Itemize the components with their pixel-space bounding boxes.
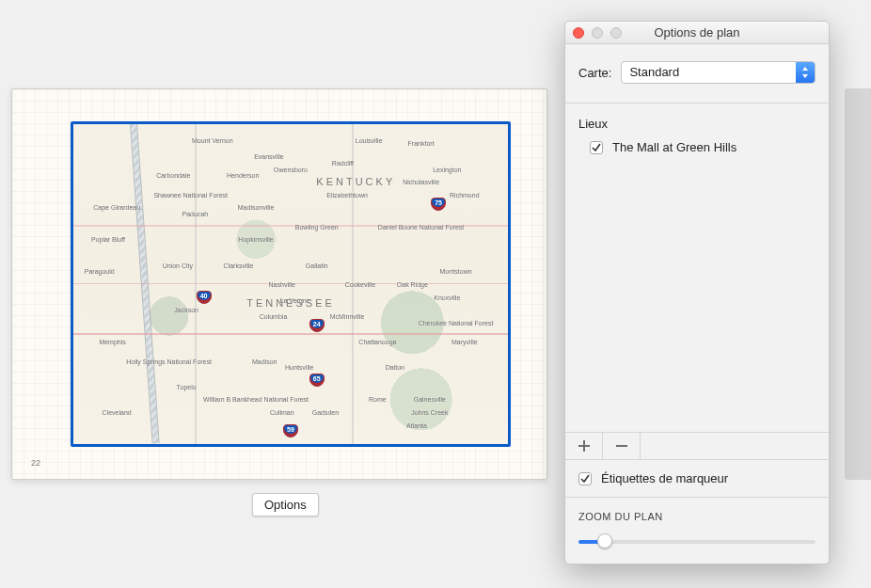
map-city-label: Huntsville [285, 364, 313, 371]
map-state-label: KENTUCKY [316, 176, 395, 187]
map-city-label: McMinnville [330, 313, 365, 320]
map-city-label: Madisonville [238, 204, 275, 211]
add-remove-toolbar [565, 432, 829, 460]
titlebar[interactable]: Options de plan [565, 22, 829, 44]
map-city-label: Dalton [386, 364, 404, 371]
places-header: Lieux [565, 103, 829, 138]
map-city-label: Henderson [227, 172, 259, 179]
map-city-label: Oak Ridge [397, 281, 428, 288]
map-city-label: Shawnee National Forest [153, 191, 228, 198]
map-city-label: Chattanooga [358, 339, 396, 345]
map-city-label: Louisville [356, 137, 383, 144]
map-city-label: Holly Springs National Forest [126, 358, 212, 364]
zoom-label: ZOOM DU PLAN [578, 511, 816, 522]
map-type-select[interactable]: Standard [621, 61, 816, 84]
map-city-label: Atlanta [406, 421, 427, 428]
map-city-label: Bowling Green [295, 223, 339, 230]
map-city-label: La Vergne [280, 297, 310, 304]
add-button[interactable] [565, 433, 603, 459]
marker-labels-label: Étiquettes de marqueur [601, 471, 728, 485]
map-city-label: Memphis [99, 339, 125, 345]
map-city-label: Gainesville [414, 396, 446, 403]
map-city-label: Clarksville [224, 262, 254, 268]
map-city-label: Paducah [182, 211, 209, 217]
page-number: 22 [31, 458, 40, 468]
map-city-label: Columbia [260, 313, 288, 320]
map-frame[interactable]: KENTUCKYTENNESSEELouisvilleMount VernonF… [71, 121, 511, 447]
map-city-label: Hopkinsville [238, 236, 273, 243]
check-icon [592, 143, 601, 152]
minus-icon [616, 440, 627, 452]
map-city-label: Cullman [270, 409, 294, 416]
map-city-label: Radcliff [332, 159, 354, 166]
map-type-label: Carte: [578, 66, 611, 80]
check-icon [580, 474, 590, 484]
slider-thumb[interactable] [597, 533, 612, 548]
map-type-value: Standard [621, 61, 816, 84]
map-city-label: Madison [252, 358, 277, 364]
marker-labels-checkbox[interactable] [578, 472, 592, 485]
map-city-label: Knoxville [434, 294, 460, 300]
book-page-left: KENTUCKYTENNESSEELouisvilleMount VernonF… [11, 88, 547, 480]
map-city-label: Poplar Bluff [91, 236, 125, 243]
places-list: The Mall at Green Hills [565, 138, 829, 432]
map-city-label: Gallatin [306, 262, 328, 268]
map-type-row: Carte: Standard [565, 44, 829, 103]
map-city-label: Johns Creek [411, 409, 448, 416]
map-city-label: Union City [163, 262, 193, 268]
map-city-label: Owensboro [274, 166, 308, 172]
window-title: Options de plan [565, 25, 829, 40]
map-city-label: Evansville [254, 153, 284, 160]
map-city-label: Cookeville [345, 281, 375, 288]
map-city-label: Jackson [174, 307, 198, 313]
map-city-label: Richmond [450, 191, 480, 198]
slider-track [578, 540, 816, 544]
map-city-label: Cape Girardeau [93, 204, 140, 211]
list-item[interactable]: The Mall at Green Hills [578, 138, 816, 156]
place-label: The Mall at Green Hills [612, 140, 736, 154]
plus-icon [578, 440, 590, 452]
map-city-label: Rome [369, 396, 387, 403]
map-city-label: Nicholasville [403, 179, 439, 185]
map-city-label: Cleveland [103, 409, 132, 416]
map-city-label: Tupelo [177, 383, 197, 389]
map-city-label: Gadsden [312, 409, 339, 416]
map-city-label: Maryville [451, 339, 478, 345]
map-city-label: Lexington [433, 166, 461, 172]
marker-labels-row: Étiquettes de marqueur [565, 460, 829, 498]
map-city-label: Elizabethtown [326, 191, 368, 198]
map-city-label: Cherokee National Forest [419, 319, 494, 326]
map-city-label: Daniel Boone National Forest [378, 223, 464, 230]
svg-rect-0 [616, 445, 627, 447]
map-city-label: Frankfort [408, 140, 435, 147]
place-checkbox[interactable] [590, 141, 603, 154]
map-city-label: Carbondale [156, 172, 190, 179]
map-city-label: Nashville [269, 281, 295, 288]
map-city-label: Paragould [85, 268, 115, 275]
remove-button[interactable] [603, 433, 641, 459]
zoom-section: ZOOM DU PLAN [565, 498, 829, 564]
chevron-updown-icon [796, 62, 815, 83]
map-city-label: William B Bankhead National Forest [203, 396, 309, 403]
options-button[interactable]: Options [252, 493, 319, 516]
zoom-slider[interactable] [578, 533, 816, 550]
background-accent [845, 88, 871, 480]
map-city-label: Mount Vernon [192, 137, 233, 144]
map-city-label: Morristown [439, 268, 471, 275]
options-panel: Options de plan Carte: Standard Lieux Th… [564, 21, 830, 564]
